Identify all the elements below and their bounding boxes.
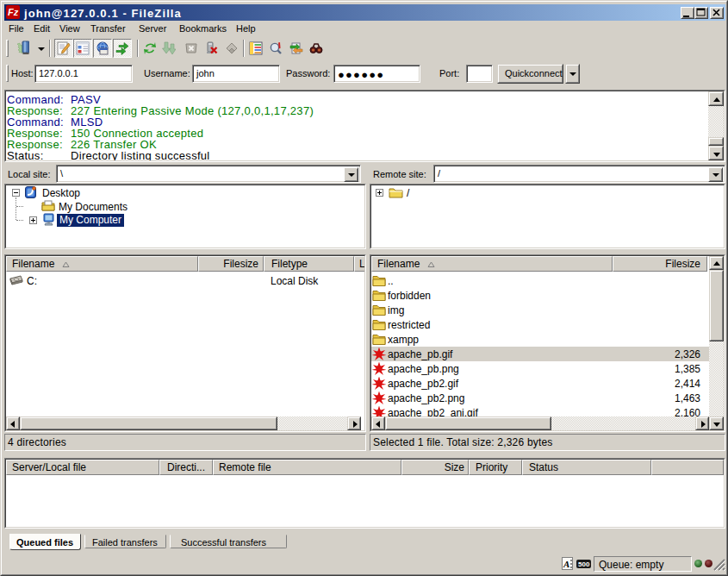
svg-text:500: 500 xyxy=(578,560,590,568)
svg-text:Fz: Fz xyxy=(8,7,19,17)
svg-text:A: A xyxy=(563,559,569,569)
